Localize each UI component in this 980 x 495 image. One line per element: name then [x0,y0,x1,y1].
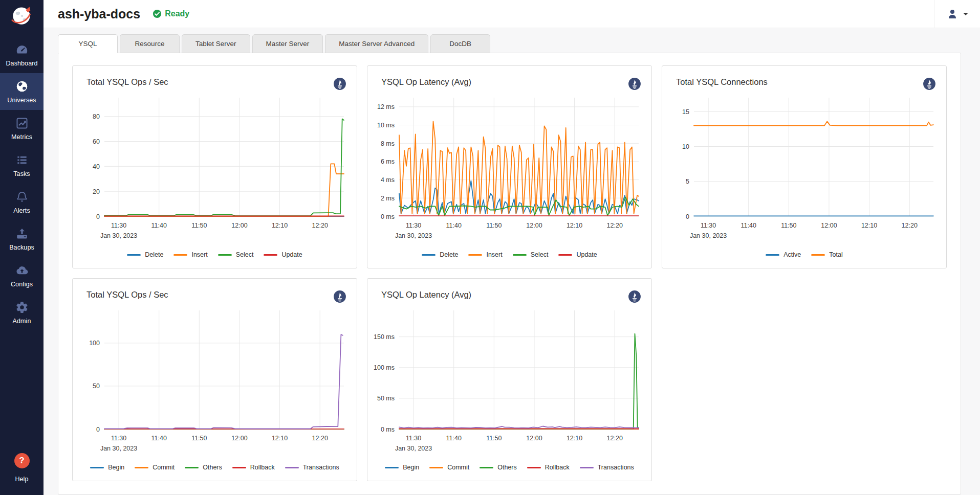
app-root: DashboardUniversesMetricsTasksAlertsBack… [0,0,980,495]
legend-swatch [422,254,435,256]
legend-item-commit[interactable]: Commit [135,464,175,471]
yugabyte-logo-icon[interactable] [9,3,35,30]
svg-text:12:20: 12:20 [607,435,623,442]
svg-text:11:40: 11:40 [741,222,756,229]
user-menu[interactable] [934,0,980,28]
legend-item-insert[interactable]: Insert [468,251,502,258]
svg-text:10 ms: 10 ms [377,122,395,129]
svg-text:0: 0 [96,213,100,220]
sidebar-item-configs[interactable]: Configs [0,257,43,294]
legend-swatch [527,467,541,468]
legend-swatch [185,467,199,468]
series-transactions [104,334,343,429]
sidebar-item-alerts[interactable]: Alerts [0,184,43,220]
sidebar-item-label: Universes [7,97,36,104]
prometheus-icon[interactable] [333,77,346,91]
tab-panel: Total YSQL Ops / Sec11:3011:4011:5012:00… [58,53,961,494]
legend-item-transactions[interactable]: Transactions [580,464,634,471]
chart-card-latency-txn: YSQL Op Latency (Avg)11:3011:4011:5012:0… [367,278,652,481]
svg-text:12:10: 12:10 [272,222,288,229]
sidebar-item-metrics[interactable]: Metrics [0,110,43,147]
legend-item-rollback[interactable]: Rollback [527,464,570,471]
tab-ysql[interactable]: YSQL [58,34,118,53]
legend-item-others[interactable]: Others [185,464,222,471]
legend-item-transactions[interactable]: Transactions [285,464,339,471]
svg-text:0 ms: 0 ms [381,426,395,433]
legend-item-select[interactable]: Select [218,251,254,258]
svg-text:6 ms: 6 ms [381,158,395,165]
legend-item-delete[interactable]: Delete [127,251,163,258]
legend-item-active[interactable]: Active [766,251,801,258]
sidebar-item-dashboard[interactable]: Dashboard [0,36,43,73]
tasks-icon [15,153,29,167]
legend-label: Transactions [598,464,634,471]
sidebar-item-label: Backups [9,244,34,251]
svg-text:60: 60 [93,138,100,145]
svg-text:11:40: 11:40 [151,222,167,229]
chart-plot-latency-top[interactable]: 11:3011:4011:5012:0012:1012:20Jan 30, 20… [373,91,644,250]
legend-item-begin[interactable]: Begin [90,464,124,471]
chart-legend: ActiveTotal [662,251,946,258]
sidebar-item-universes[interactable]: Universes [0,73,43,110]
tab-resource[interactable]: Resource [120,34,180,53]
legend-label: Rollback [250,464,275,471]
sidebar-item-backups[interactable]: Backups [0,220,43,257]
svg-text:12:20: 12:20 [607,222,623,229]
legend-item-delete[interactable]: Delete [422,251,458,258]
legend-swatch [513,254,527,256]
sidebar-item-help[interactable]: ? Help [0,446,43,489]
svg-text:12:10: 12:10 [567,222,582,229]
tab-master-server-advanced[interactable]: Master Server Advanced [325,34,428,53]
svg-text:20: 20 [93,188,100,195]
legend-label: Rollback [545,464,570,471]
legend-item-update[interactable]: Update [558,251,597,258]
svg-text:Jan 30, 2023: Jan 30, 2023 [100,445,137,452]
chart-legend: DeleteInsertSelectUpdate [367,251,651,258]
legend-item-total[interactable]: Total [811,251,842,258]
tab-bar: YSQLResourceTablet ServerMaster ServerMa… [58,34,980,53]
tab-docdb[interactable]: DocDB [430,34,490,53]
user-icon [946,8,959,20]
svg-text:50 ms: 50 ms [377,395,395,402]
svg-text:12:00: 12:00 [231,222,247,229]
legend-item-rollback[interactable]: Rollback [232,464,275,471]
legend-label: Insert [486,251,502,258]
sidebar-item-label: Help [15,476,28,483]
legend-item-insert[interactable]: Insert [173,251,207,258]
sidebar-item-admin[interactable]: Admin [0,294,43,331]
svg-text:50: 50 [93,382,100,390]
tab-master-server[interactable]: Master Server [252,34,323,53]
legend-label: Active [783,251,801,258]
legend-swatch [127,254,141,256]
sidebar-nav: DashboardUniversesMetricsTasksAlertsBack… [0,36,43,331]
prometheus-icon[interactable] [923,77,936,91]
page-title: ash-yba-docs [58,7,140,21]
chart-plot-connections[interactable]: 11:3011:4011:5012:0012:1012:20Jan 30, 20… [667,91,939,250]
legend-label: Begin [403,464,419,471]
configs-icon [15,264,29,277]
sidebar-item-tasks[interactable]: Tasks [0,147,43,184]
prometheus-icon[interactable] [628,77,641,91]
svg-text:12:00: 12:00 [231,435,247,442]
series-transactions [399,426,639,429]
legend-item-begin[interactable]: Begin [385,464,419,471]
prometheus-icon[interactable] [628,290,641,303]
svg-text:11:30: 11:30 [111,222,126,229]
svg-text:11:40: 11:40 [151,435,167,442]
universes-icon [15,80,29,93]
chart-plot-ops-sec-txn[interactable]: 11:3011:4011:5012:0012:1012:20Jan 30, 20… [78,303,349,463]
legend-item-commit[interactable]: Commit [429,464,469,471]
svg-text:11:30: 11:30 [406,435,421,442]
tab-tablet-server[interactable]: Tablet Server [182,34,250,53]
legend-label: Total [829,251,842,258]
svg-text:11:40: 11:40 [446,222,462,229]
legend-item-select[interactable]: Select [513,251,549,258]
legend-item-others[interactable]: Others [480,464,517,471]
chart-plot-ops-sec-top[interactable]: 11:3011:4011:5012:0012:1012:20Jan 30, 20… [78,91,349,250]
svg-text:0: 0 [686,213,689,220]
legend-item-update[interactable]: Update [264,251,302,258]
svg-text:5: 5 [686,178,689,185]
chart-plot-latency-txn[interactable]: 11:3011:4011:5012:0012:1012:20Jan 30, 20… [373,303,644,463]
svg-text:12:20: 12:20 [312,222,328,229]
prometheus-icon[interactable] [333,290,346,303]
